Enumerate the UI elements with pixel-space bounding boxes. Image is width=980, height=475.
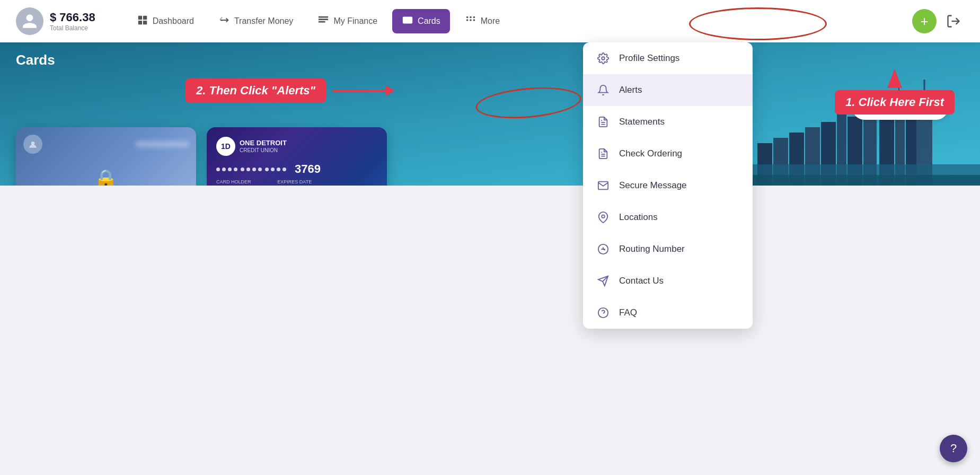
balance-amount: $ 766.38 — [50, 11, 95, 24]
dropdown-faq[interactable]: FAQ — [583, 297, 753, 329]
dropdown-alerts[interactable]: Alerts — [583, 74, 753, 106]
card-holder-name: Joumana McDad — [216, 184, 267, 186]
svg-point-14 — [473, 16, 475, 19]
svg-point-33 — [602, 57, 605, 60]
page-title: Cards — [16, 52, 55, 68]
svg-point-11 — [473, 19, 475, 21]
checklist-icon — [596, 146, 611, 161]
nav-more[interactable]: More — [455, 9, 509, 33]
expires-label: EXPIRES DATE — [277, 179, 312, 184]
dropdown-locations-label: Locations — [619, 212, 658, 223]
dropdown-routing[interactable]: Routing Number — [583, 233, 753, 265]
nav-finance[interactable]: My Finance — [308, 9, 387, 33]
dropdown-contact[interactable]: Contact Us — [583, 265, 753, 297]
svg-rect-3 — [143, 21, 147, 24]
hero-banner: Cards Contact Support — [0, 42, 980, 186]
card-number-dots: 3769 — [216, 162, 377, 176]
dropdown-alerts-label: Alerts — [619, 85, 642, 95]
dropdown-menu: Profile Settings Alerts Statements Check… — [583, 42, 753, 329]
dropdown-secure-message[interactable]: Secure Message — [583, 170, 753, 201]
header-right: + — [912, 9, 964, 33]
grid-icon — [137, 14, 148, 28]
question-icon — [596, 305, 611, 320]
bank-name: ONE DETROIT — [240, 139, 287, 147]
support-chat-button[interactable]: ? — [940, 435, 967, 462]
svg-point-9 — [466, 19, 469, 21]
dropdown-profile[interactable]: Profile Settings — [583, 42, 753, 74]
dropdown-check-ordering[interactable]: Check Ordering — [583, 138, 753, 170]
nav-finance-label: My Finance — [333, 16, 377, 26]
card-info: CARD HOLDER Joumana McDad EXPIRES DATE 1… — [216, 179, 377, 186]
main-nav: Dashboard Transfer Money My Finance Card… — [127, 9, 912, 33]
statements-icon — [596, 115, 611, 129]
svg-point-39 — [602, 215, 605, 218]
svg-rect-2 — [138, 21, 142, 24]
logout-button[interactable] — [943, 11, 964, 32]
nav-transfer-label: Transfer Money — [234, 16, 293, 26]
transfer-icon — [218, 14, 230, 28]
card-icon — [402, 14, 413, 28]
dropdown-faq-label: FAQ — [619, 307, 637, 318]
balance-section: $ 766.38 Total Balance — [50, 11, 95, 32]
dropdown-statements[interactable]: Statements — [583, 106, 753, 138]
svg-point-32 — [31, 142, 35, 145]
contact-support-button[interactable]: Contact Support — [852, 95, 948, 120]
routing-icon — [596, 242, 611, 257]
dots-icon — [465, 14, 476, 28]
svg-rect-1 — [143, 16, 147, 20]
svg-rect-8 — [403, 19, 412, 20]
pin-icon — [596, 210, 611, 225]
svg-rect-6 — [319, 21, 325, 23]
balance-label: Total Balance — [50, 24, 95, 32]
expires-date: 10/24 — [277, 184, 312, 186]
app-header: $ 766.38 Total Balance Dashboard Transfe… — [0, 0, 980, 42]
svg-point-12 — [466, 16, 469, 19]
cards-list: 🔒 This card is locked and cannot be used… — [16, 127, 387, 186]
card-holder-label: CARD HOLDER — [216, 179, 267, 184]
nav-more-label: More — [481, 16, 500, 26]
nav-dashboard[interactable]: Dashboard — [127, 9, 204, 33]
svg-rect-5 — [319, 19, 328, 20]
nav-transfer[interactable]: Transfer Money — [209, 9, 303, 33]
mail-icon — [596, 178, 611, 193]
bell-icon — [596, 83, 611, 98]
nav-dashboard-label: Dashboard — [153, 16, 194, 26]
send-icon — [596, 274, 611, 288]
svg-point-10 — [470, 19, 472, 21]
dropdown-routing-label: Routing Number — [619, 244, 685, 254]
dropdown-locations[interactable]: Locations — [583, 201, 753, 233]
avatar[interactable] — [16, 7, 43, 35]
detroit-card[interactable]: 1D ONE DETROIT CREDIT UNION 3769 — [207, 127, 387, 186]
locked-card[interactable]: 🔒 This card is locked and cannot be used… — [16, 127, 196, 186]
gear-icon — [596, 51, 611, 66]
main-content — [0, 186, 980, 276]
svg-point-13 — [470, 16, 472, 19]
bank-sub: CREDIT UNION — [240, 147, 287, 153]
chat-icon: ? — [950, 442, 957, 455]
detroit-logo: 1D — [216, 137, 235, 156]
dropdown-secure-label: Secure Message — [619, 180, 687, 191]
dropdown-profile-label: Profile Settings — [619, 53, 679, 64]
nav-cards-label: Cards — [418, 16, 440, 26]
add-button[interactable]: + — [912, 9, 937, 33]
dropdown-check-label: Check Ordering — [619, 148, 682, 159]
nav-cards[interactable]: Cards — [392, 9, 450, 33]
card-logo-row: 1D ONE DETROIT CREDIT UNION — [216, 137, 377, 156]
card-last-four: 3769 — [295, 162, 321, 176]
dropdown-statements-label: Statements — [619, 117, 665, 127]
svg-rect-0 — [138, 16, 142, 20]
finance-icon — [317, 14, 329, 28]
dropdown-contact-label: Contact Us — [619, 276, 664, 286]
svg-rect-4 — [319, 16, 328, 18]
